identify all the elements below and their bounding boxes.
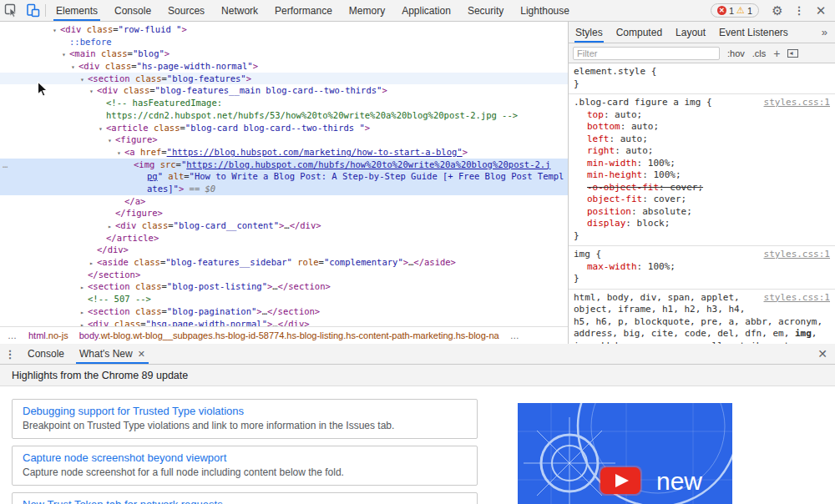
breadcrumb-item[interactable]: html.no-js: [28, 330, 68, 340]
toggle-classes-button[interactable]: .cls: [752, 48, 767, 58]
dom-tree-node[interactable]: ▾<div class="row-fluid ">: [0, 23, 568, 36]
tab-sources[interactable]: Sources: [159, 0, 213, 21]
token-tag: </div>: [97, 244, 129, 255]
dom-tree-node[interactable]: </article>: [0, 232, 568, 244]
drawer-menu-icon[interactable]: ⋮: [0, 344, 20, 364]
css-property[interactable]: min-width: 100%;: [574, 158, 830, 170]
token-attr: class: [134, 257, 160, 267]
stylesheet-link[interactable]: styles.css:1: [764, 97, 830, 109]
css-property[interactable]: -o-object-fit: cover;: [574, 182, 830, 194]
dom-tree-node[interactable]: ▸<section class="blog-post-listing">…</s…: [0, 280, 568, 293]
css-property[interactable]: position: absolute;: [574, 206, 830, 219]
breadcrumb-overflow-left[interactable]: …: [8, 330, 18, 340]
dom-tree-node[interactable]: ▾<figure>: [0, 134, 568, 146]
token-attr: class: [135, 73, 162, 83]
dom-tree-node[interactable]: ▾<main class="blog">: [0, 48, 568, 60]
issues-badge[interactable]: ✕ 1 ⚠ 1: [711, 3, 759, 18]
css-selector[interactable]: styles.css:1html, body, div, span, apple…: [574, 292, 830, 305]
tab-console[interactable]: Console: [106, 0, 159, 21]
css-selector[interactable]: address, big, cite, code, del, dfn, em, …: [574, 328, 830, 340]
breadcrumb-item[interactable]: body.wt-blog.wt-blog__subpages.hs-blog-i…: [79, 330, 499, 340]
dom-tree-node[interactable]: ▾<section class="blog-features">: [0, 73, 568, 85]
dom-tree-node[interactable]: <!-- hasFeaturedImage:: [0, 97, 568, 109]
css-property[interactable]: right: auto;: [574, 145, 830, 158]
more-tabs-icon[interactable]: »: [814, 22, 835, 43]
settings-gear-icon[interactable]: ⚙: [767, 3, 788, 18]
token-tag: <section: [88, 281, 130, 291]
tab-security[interactable]: Security: [459, 0, 512, 21]
styles-filter-input[interactable]: [573, 47, 720, 60]
token-com: <!-- 507 -->: [88, 294, 151, 304]
node-overflow-ellipsis[interactable]: …: [3, 159, 8, 171]
css-property[interactable]: display: block;: [574, 218, 830, 230]
token-tag: <article: [106, 123, 149, 133]
css-property[interactable]: bottom: auto;: [574, 121, 830, 134]
dom-tree-node[interactable]: pg" alt="How to Write a Blog Post: A Ste…: [0, 170, 568, 183]
tab-application[interactable]: Application: [393, 0, 459, 21]
dom-tree-node[interactable]: </figure>: [0, 207, 568, 219]
css-property[interactable]: max-width: 100%;: [574, 261, 830, 274]
token-tag: <div: [78, 61, 99, 71]
dom-tree-node[interactable]: <!-- 507 -->: [0, 293, 568, 305]
dom-tree-node[interactable]: </div>: [0, 244, 568, 256]
stylesheet-link[interactable]: styles.css:1: [764, 292, 830, 305]
tab-close-icon[interactable]: ✕: [138, 349, 145, 360]
tab-elements[interactable]: Elements: [48, 0, 106, 21]
css-property[interactable]: object-fit: cover;: [574, 194, 830, 206]
dom-tree-node[interactable]: ates]"> == $0: [0, 183, 568, 195]
token-attr: href: [140, 147, 161, 157]
token-link: https://blog.hubspot.com/hubfs/how%20to%…: [186, 159, 550, 169]
tab-lighthouse[interactable]: Lighthouse: [512, 0, 578, 21]
dom-tree-node[interactable]: </section>: [0, 269, 568, 281]
css-selector[interactable]: h5, h6, p, blockquote, pre, a, abbr, acr…: [574, 316, 830, 329]
css-selector[interactable]: element.style {: [574, 66, 830, 78]
dom-tree-node[interactable]: ▾<div class="blog-features__main blog-ca…: [0, 84, 568, 97]
close-devtools-icon[interactable]: ✕: [810, 3, 832, 18]
tab-network[interactable]: Network: [213, 0, 266, 21]
device-toolbar-icon[interactable]: [22, 0, 43, 21]
token-tag: </article>: [106, 233, 159, 243]
devtools-toolbar: ElementsConsoleSourcesNetworkPerformance…: [0, 0, 835, 22]
token-attr: role: [297, 257, 318, 267]
dom-tree-node[interactable]: …<img src="https://blog.hubspot.com/hubf…: [0, 159, 568, 171]
css-selector[interactable]: object, iframe, h1, h2, h3, h4,: [574, 304, 830, 316]
dom-tree-node[interactable]: ▸<section class="blog-pagination">…</sec…: [0, 305, 568, 318]
css-selector[interactable]: styles.css:1.blog-card figure a img {: [574, 97, 830, 109]
video-thumbnail[interactable]: new: [518, 403, 732, 504]
dom-tree-node[interactable]: ▸<aside class="blog-features__sidebar" r…: [0, 256, 568, 269]
inspect-element-icon[interactable]: [0, 0, 22, 21]
drawer-close-icon[interactable]: ✕: [817, 344, 827, 364]
tab-performance[interactable]: Performance: [266, 0, 341, 21]
css-rule-close-brace: }: [574, 78, 830, 91]
highlight-card-title-link[interactable]: New Trust Token tab for network requests: [23, 498, 467, 504]
drawer-tab-what-s-new[interactable]: What's New✕: [72, 344, 153, 364]
new-style-rule-button[interactable]: +: [773, 47, 780, 60]
drawer-tab-console[interactable]: Console: [20, 344, 72, 364]
css-property[interactable]: min-height: 100%;: [574, 169, 830, 182]
css-property[interactable]: top: auto;: [574, 109, 830, 122]
dom-tree-node[interactable]: ▾<article class="blog-card blog-card--tw…: [0, 122, 568, 134]
highlight-card-title-link[interactable]: Capture node screenshot beyond viewport: [23, 451, 467, 464]
dom-tree-node[interactable]: https://cdn2.hubspot.net/hubfs/53/how%20…: [0, 109, 568, 122]
sidebar-tab-event-listeners[interactable]: Event Listeners: [712, 22, 795, 43]
dom-tree-node[interactable]: ▾<div class="hs-page-width-normal">: [0, 60, 568, 73]
toggle-sidebar-icon[interactable]: ◂: [787, 49, 798, 58]
highlight-card-title-link[interactable]: Debugging support for Trusted Type viola…: [23, 405, 467, 417]
sidebar-tab-layout[interactable]: Layout: [669, 22, 712, 43]
tab-memory[interactable]: Memory: [341, 0, 393, 21]
dom-tree-node[interactable]: ▸<div class="blog-card__content">…</div>: [0, 219, 568, 232]
token-attr: alt: [168, 171, 184, 181]
sidebar-tab-styles[interactable]: Styles: [569, 22, 610, 43]
dom-tree-node[interactable]: ::before: [0, 36, 568, 48]
css-property[interactable]: left: auto;: [574, 134, 830, 146]
kebab-menu-icon[interactable]: ⋮: [788, 4, 810, 17]
highlight-card: Capture node screenshot beyond viewportC…: [12, 446, 478, 486]
stylesheet-link[interactable]: styles.css:1: [764, 249, 830, 261]
css-selector[interactable]: styles.css:1img {: [574, 249, 830, 261]
dom-tree-node[interactable]: ▾<a href="https://blog.hubspot.com/marke…: [0, 146, 568, 159]
breadcrumb-overflow-right[interactable]: …: [510, 330, 520, 340]
toggle-hover-state-button[interactable]: :hov: [727, 48, 745, 58]
token-tag: >: [164, 48, 170, 58]
sidebar-tab-computed[interactable]: Computed: [610, 22, 669, 43]
dom-tree-node[interactable]: </a>: [0, 195, 568, 208]
